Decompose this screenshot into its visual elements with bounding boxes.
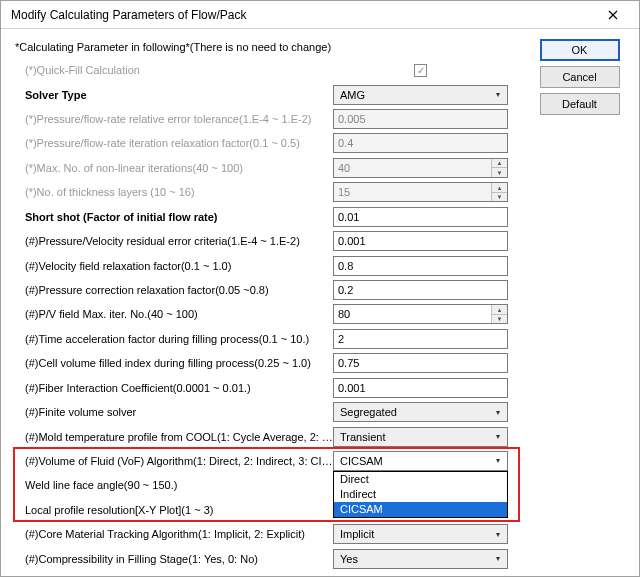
label-quickfill: (*)Quick-Fill Calculation [13,64,333,76]
vof-option[interactable]: CICSAM [334,502,507,517]
label-vel-relax: (#)Velocity field relaxation factor(0.1 … [13,260,333,272]
row-thickness-layers: (*)No. of thickness layers (10 ~ 16) 15▲… [13,181,528,203]
close-button[interactable] [593,1,633,29]
label-fv-solver: (#)Finite volume solver [13,406,333,418]
vof-dropdown[interactable]: DirectIndirectCICSAM [333,471,508,518]
row-pv-max: (#)P/V field Max. iter. No.(40 ~ 100) 80… [13,303,528,325]
chevron-down-icon: ▾ [489,403,507,421]
label-time-acc: (#)Time acceleration factor during filli… [13,333,333,345]
row-pf-iter: (*)Pressure/flow-rate iteration relaxati… [13,132,528,154]
row-short-shot: Short shot (Factor of initial flow rate)… [13,206,528,228]
label-cell-fill: (#)Cell volume filled index during filli… [13,357,333,369]
window-title: Modify Calculating Parameters of Flow/Pa… [11,8,593,22]
ok-button[interactable]: OK [540,39,620,61]
chevron-down-icon: ▾ [489,525,507,543]
row-max-nonlinear: (*)Max. No. of non-linear iterations(40 … [13,157,528,179]
form-column: *Calculating Parameter in following*(The… [13,37,528,572]
thickness-spinner[interactable]: 15▲▼ [333,182,508,202]
quickfill-checkbox-wrap: ✓ [333,64,508,77]
pv-max-spinner[interactable]: 80▲▼ [333,304,508,324]
label-pf-iter: (*)Pressure/flow-rate iteration relaxati… [13,137,333,149]
fv-solver-select[interactable]: Segregated▾ [333,402,508,422]
fiber-input[interactable]: 0.001 [333,378,508,398]
max-nonlinear-spinner[interactable]: 40▲▼ [333,158,508,178]
chevron-down-icon: ▾ [489,86,507,104]
label-pv-error: (#)Pressure/Velocity residual error crit… [13,235,333,247]
row-vof: (#)Volume of Fluid (VoF) Algorithm(1: Di… [13,450,528,472]
row-p-relax: (#)Pressure correction relaxation factor… [13,279,528,301]
close-icon [608,10,618,20]
label-pf-error: (*)Pressure/flow-rate relative error tol… [13,113,333,125]
label-short-shot: Short shot (Factor of initial flow rate) [13,211,333,223]
chevron-down-icon: ▾ [489,428,507,446]
label-pv-max: (#)P/V field Max. iter. No.(40 ~ 100) [13,308,333,320]
vof-option[interactable]: Direct [334,472,507,487]
row-quickfill: (*)Quick-Fill Calculation ✓ [13,59,528,81]
row-solver-type: Solver Type AMG ▾ [13,83,528,105]
chevron-down-icon: ▾ [489,452,507,470]
label-core-track: (#)Core Material Tracking Algorithm(1: I… [13,528,333,540]
cell-fill-input[interactable]: 0.75 [333,353,508,373]
label-thickness-layers: (*)No. of thickness layers (10 ~ 16) [13,186,333,198]
label-local-prof: Local profile resolution[X-Y Plot](1 ~ 3… [13,504,333,516]
label-vof: (#)Volume of Fluid (VoF) Algorithm(1: Di… [13,455,333,467]
chevron-down-icon: ▾ [489,550,507,568]
row-mold-temp: (#)Mold temperature profile from COOL(1:… [13,425,528,447]
label-solver-type: Solver Type [13,89,333,101]
row-fv-solver: (#)Finite volume solver Segregated▾ [13,401,528,423]
solver-type-value: AMG [334,89,489,101]
mold-temp-select[interactable]: Transient▾ [333,427,508,447]
vof-option[interactable]: Indirect [334,487,507,502]
pv-error-input[interactable]: 0.001 [333,231,508,251]
buttons-column: OK Cancel Default [528,37,631,572]
core-track-select[interactable]: Implicit▾ [333,524,508,544]
row-compress: (#)Compressibility in Filling Stage(1: Y… [13,547,528,569]
row-time-acc: (#)Time acceleration factor during filli… [13,328,528,350]
section-title: *Calculating Parameter in following*(The… [13,37,528,59]
row-cell-fill: (#)Cell volume filled index during filli… [13,352,528,374]
label-weld: Weld line face angle(90 ~ 150.) [13,479,333,491]
label-compress: (#)Compressibility in Filling Stage(1: Y… [13,553,333,565]
compress-select[interactable]: Yes▾ [333,549,508,569]
titlebar: Modify Calculating Parameters of Flow/Pa… [1,1,639,29]
row-fiber: (#)Fiber Interaction Coefficient(0.0001 … [13,376,528,398]
time-acc-input[interactable]: 2 [333,329,508,349]
pf-error-input[interactable]: 0.005 [333,109,508,129]
row-vel-relax: (#)Velocity field relaxation factor(0.1 … [13,254,528,276]
spinner-arrows[interactable]: ▲▼ [491,159,507,177]
short-shot-input[interactable]: 0.01 [333,207,508,227]
dialog-body: *Calculating Parameter in following*(The… [1,29,639,576]
default-button[interactable]: Default [540,93,620,115]
row-core-track: (#)Core Material Tracking Algorithm(1: I… [13,523,528,545]
label-fiber: (#)Fiber Interaction Coefficient(0.0001 … [13,382,333,394]
label-mold-temp: (#)Mold temperature profile from COOL(1:… [13,431,333,443]
label-p-relax: (#)Pressure correction relaxation factor… [13,284,333,296]
spinner-arrows[interactable]: ▲▼ [491,305,507,323]
pf-iter-input[interactable]: 0.4 [333,133,508,153]
row-pv-error: (#)Pressure/Velocity residual error crit… [13,230,528,252]
p-relax-input[interactable]: 0.2 [333,280,508,300]
cancel-button[interactable]: Cancel [540,66,620,88]
dialog-window: Modify Calculating Parameters of Flow/Pa… [0,0,640,577]
quickfill-checkbox[interactable]: ✓ [414,64,427,77]
vof-select[interactable]: CICSAM ▾ [333,451,508,471]
label-max-nonlinear: (*)Max. No. of non-linear iterations(40 … [13,162,333,174]
row-pf-error: (*)Pressure/flow-rate relative error tol… [13,108,528,130]
solver-type-select[interactable]: AMG ▾ [333,85,508,105]
spinner-arrows[interactable]: ▲▼ [491,183,507,201]
vel-relax-input[interactable]: 0.8 [333,256,508,276]
